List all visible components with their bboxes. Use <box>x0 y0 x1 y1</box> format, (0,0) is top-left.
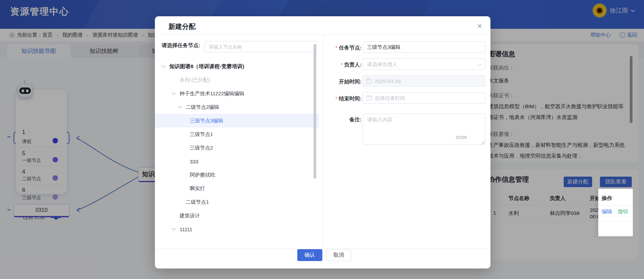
remark-label: 备注: <box>321 116 362 123</box>
caret-down-icon[interactable] <box>161 63 166 68</box>
tree-item[interactable]: 知识图谱8（培训课程-竞赛培训) <box>155 60 319 73</box>
end-date-field[interactable] <box>363 92 485 104</box>
divider <box>155 248 490 249</box>
tree-item[interactable]: 二级节点1 <box>155 195 319 209</box>
task-node-field[interactable] <box>363 41 485 53</box>
calendar-icon <box>366 79 371 83</box>
tree-item[interactable]: 种子生产技术11222编辑编辑 <box>155 87 319 100</box>
tree-item[interactable]: 三级节点1 <box>155 127 319 141</box>
tree-picker-label: 请选择任务节点: <box>162 42 200 49</box>
tree-item[interactable]: 333 <box>155 155 319 168</box>
calendar-icon <box>366 96 371 100</box>
tree-item[interactable]: 11111 <box>155 222 319 236</box>
tree-item[interactable]: 阿萨擦拭吃 <box>155 168 319 182</box>
caret-down-icon[interactable] <box>178 104 182 108</box>
cancel-button[interactable]: 取消 <box>326 249 351 261</box>
end-time-label: 结束时间: <box>321 95 362 102</box>
edit-link[interactable]: 编辑 <box>602 208 612 215</box>
tree-item[interactable]: 啊实打 <box>155 182 319 195</box>
tree-item[interactable]: 三级节点2 <box>155 141 319 155</box>
revoke-link[interactable]: 撤销 <box>618 208 628 215</box>
start-time-label: 开始时间: <box>321 78 362 85</box>
tree-scrollbar[interactable] <box>314 44 316 179</box>
confirm-button[interactable]: 确认 <box>297 249 322 261</box>
caret-down-icon[interactable] <box>172 91 176 95</box>
table-fixed-op-column: 操作 编辑 撤销 <box>598 189 633 236</box>
modal-title: 新建分配 <box>168 22 196 31</box>
node-search-input[interactable] <box>204 41 317 52</box>
close-icon[interactable]: × <box>475 22 484 31</box>
resize-grip-icon[interactable] <box>481 141 485 144</box>
divider <box>598 221 633 222</box>
tree-item-selected[interactable]: 三级节点3编辑 <box>155 114 319 127</box>
new-assignment-modal: 新建分配 × 请选择任务节点: 知识图谱8（培训课程-竞赛培训) 水利 (已分配… <box>155 16 490 268</box>
caret-down-icon[interactable] <box>172 226 176 231</box>
owner-select[interactable] <box>363 58 485 70</box>
divider <box>598 205 633 205</box>
tree-item[interactable]: 二级节点2编辑 <box>155 100 319 114</box>
start-date-field <box>363 75 485 87</box>
col-actions: 操作 <box>602 195 612 202</box>
owner-label: 负责人: <box>321 61 362 68</box>
remark-textarea[interactable] <box>363 114 485 145</box>
task-node-tree: 知识图谱8（培训课程-竞赛培训) 水利 (已分配) 种子生产技术11222编辑编… <box>155 60 323 248</box>
char-counter: 0/200 <box>456 135 467 140</box>
tree-item: 水利 (已分配) <box>155 73 319 87</box>
page: 资源管理中心 徐江雨 当前位置： 首页 › 我的图谱 › 资源库对接知识图谱 ›… <box>0 0 644 279</box>
tree-item[interactable]: 建筑设计 <box>155 209 319 222</box>
divider <box>155 35 490 35</box>
task-node-label: 任务节点: <box>321 44 362 52</box>
